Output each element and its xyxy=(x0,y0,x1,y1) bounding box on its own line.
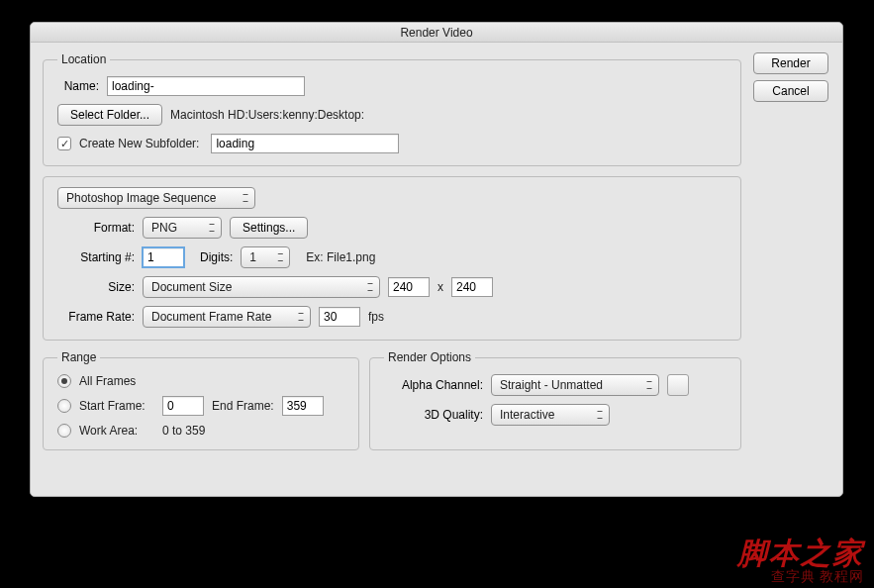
name-label: Name: xyxy=(57,79,99,93)
start-frame-radio[interactable] xyxy=(57,399,71,413)
framerate-select[interactable]: Document Frame Rate xyxy=(143,306,311,328)
size-separator: x xyxy=(437,280,443,294)
width-input[interactable] xyxy=(388,277,430,297)
render-options-legend: Render Options xyxy=(384,350,475,364)
framerate-label: Frame Rate: xyxy=(57,310,135,324)
filename-example: Ex: File1.png xyxy=(306,250,375,264)
watermark-line1: 脚本之家 xyxy=(737,537,864,569)
format-label: Format: xyxy=(57,221,135,235)
settings-button[interactable]: Settings... xyxy=(230,217,308,239)
digits-label: Digits: xyxy=(200,250,233,264)
digits-select[interactable]: 1 xyxy=(241,246,290,268)
name-input[interactable] xyxy=(107,76,305,96)
folder-path: Macintosh HD:Users:kenny:Desktop: xyxy=(170,108,364,122)
render-video-dialog: Render Video Location Name: Select Folde… xyxy=(30,22,843,497)
end-frame-input[interactable] xyxy=(282,396,324,416)
work-area-range: 0 to 359 xyxy=(162,424,205,438)
render-button[interactable]: Render xyxy=(753,52,828,74)
end-frame-label: End Frame: xyxy=(212,399,274,413)
size-label: Size: xyxy=(57,280,135,294)
format-select[interactable]: PNG xyxy=(143,217,222,239)
range-legend: Range xyxy=(57,350,100,364)
start-frame-input[interactable] xyxy=(162,396,204,416)
all-frames-label: All Frames xyxy=(79,374,136,388)
fps-input[interactable] xyxy=(319,307,360,327)
window-title: Render Video xyxy=(31,23,842,43)
alpha-channel-label: Alpha Channel: xyxy=(384,378,483,392)
cancel-button[interactable]: Cancel xyxy=(753,80,828,102)
select-folder-button[interactable]: Select Folder... xyxy=(57,104,162,126)
quality-select[interactable]: Interactive xyxy=(491,404,610,426)
work-area-label: Work Area: xyxy=(79,424,154,438)
all-frames-radio[interactable] xyxy=(57,374,71,388)
alpha-channel-select[interactable]: Straight - Unmatted xyxy=(491,374,659,396)
create-subfolder-label: Create New Subfolder: xyxy=(79,137,199,150)
render-options-group: Render Options Alpha Channel: Straight -… xyxy=(369,350,741,450)
subfolder-input[interactable] xyxy=(211,134,399,153)
create-subfolder-checkbox[interactable] xyxy=(57,137,71,150)
alpha-color-swatch[interactable] xyxy=(667,374,689,396)
size-select[interactable]: Document Size xyxy=(143,276,380,298)
height-input[interactable] xyxy=(451,277,493,297)
watermark-line2: 查字典 教程网 xyxy=(737,569,864,584)
starting-label: Starting #: xyxy=(57,250,135,264)
quality-label: 3D Quality: xyxy=(384,408,483,422)
watermark: 脚本之家 查字典 教程网 xyxy=(737,537,864,584)
range-group: Range All Frames Start Frame: End Frame: xyxy=(43,350,359,450)
start-frame-label: Start Frame: xyxy=(79,399,154,413)
dialog-body: Location Name: Select Folder... Macintos… xyxy=(31,43,842,460)
fps-label: fps xyxy=(368,310,384,324)
location-legend: Location xyxy=(57,52,110,66)
starting-number-input[interactable] xyxy=(143,247,184,267)
sequence-type-select[interactable]: Photoshop Image Sequence xyxy=(57,187,255,209)
output-group: Photoshop Image Sequence Format: PNG Set… xyxy=(43,176,741,341)
work-area-radio[interactable] xyxy=(57,424,71,438)
location-group: Location Name: Select Folder... Macintos… xyxy=(43,52,741,166)
